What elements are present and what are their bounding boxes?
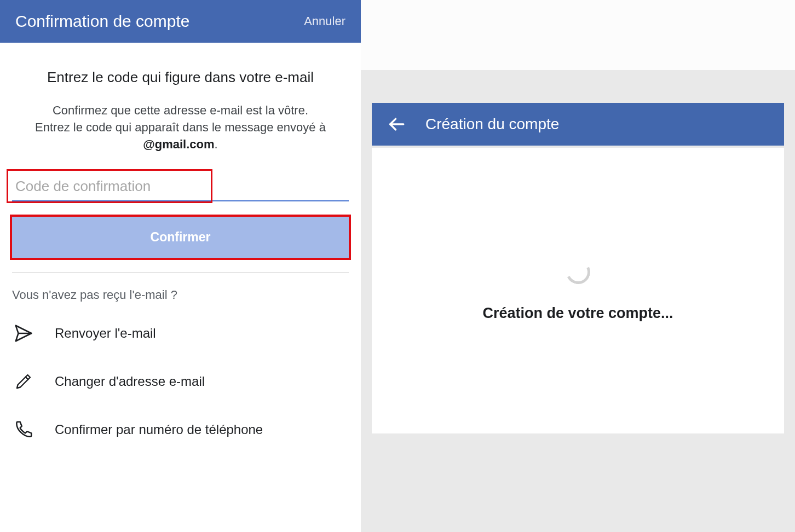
right-header-bar: Création du compte xyxy=(372,103,784,146)
subtext-line2: Entrez le code qui apparaît dans le mess… xyxy=(35,120,326,134)
top-blank-bar xyxy=(361,0,795,70)
confirm-button[interactable]: Confirmer xyxy=(12,217,349,258)
phone-icon xyxy=(12,418,35,441)
confirm-phone-option[interactable]: Confirmer par numéro de téléphone xyxy=(12,418,349,441)
send-icon xyxy=(12,322,35,345)
content-area: Entrez le code qui figure dans votre e-m… xyxy=(0,43,361,466)
svg-line-1 xyxy=(26,377,28,380)
divider xyxy=(12,272,349,273)
sub-text: Confirmez que cette adresse e-mail est l… xyxy=(35,102,326,153)
main-heading: Entrez le code qui figure dans votre e-m… xyxy=(47,69,314,86)
header-bar: Confirmation de compte Annuler xyxy=(0,0,361,43)
email-display: @gmail.com xyxy=(143,137,214,151)
change-email-option[interactable]: Changer d'adresse e-mail xyxy=(12,370,349,393)
right-header-title: Création du compte xyxy=(425,115,559,133)
back-arrow-icon[interactable] xyxy=(387,115,406,134)
noreceive-text: Vous n'avez pas reçu l'e-mail ? xyxy=(12,288,349,302)
pencil-icon xyxy=(12,370,35,393)
confirmation-screen: Confirmation de compte Annuler Entrez le… xyxy=(0,0,361,532)
code-input-wrapper xyxy=(12,172,349,201)
confirm-button-wrapper: Confirmer xyxy=(12,217,349,258)
cancel-button[interactable]: Annuler xyxy=(304,14,345,28)
loading-area: Création de votre compte... xyxy=(372,148,784,433)
subtext-line1: Confirmez que cette adresse e-mail est l… xyxy=(53,103,308,117)
loading-text: Création de votre compte... xyxy=(482,305,673,322)
creation-screen: Création du compte Création de votre com… xyxy=(361,0,795,532)
spinner-icon xyxy=(562,256,593,287)
period: . xyxy=(215,137,218,151)
option-label: Confirmer par numéro de téléphone xyxy=(55,422,263,437)
option-label: Changer d'adresse e-mail xyxy=(55,374,205,389)
resend-email-option[interactable]: Renvoyer l'e-mail xyxy=(12,322,349,345)
confirmation-code-input[interactable] xyxy=(12,172,349,201)
option-label: Renvoyer l'e-mail xyxy=(55,326,156,341)
header-title: Confirmation de compte xyxy=(15,12,190,31)
bottom-block xyxy=(410,406,746,433)
